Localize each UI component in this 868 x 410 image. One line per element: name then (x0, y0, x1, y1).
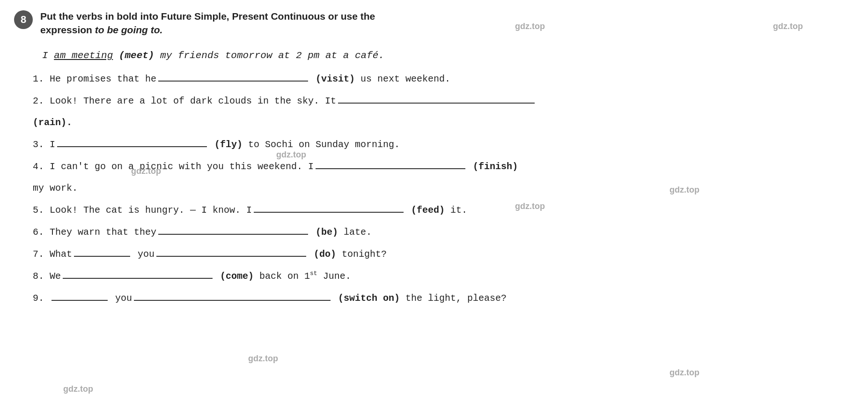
ex4-verb: (finish) (467, 159, 518, 174)
exercise-1: 1. He promises that he (visit) us next w… (33, 71, 854, 87)
exercise-6: 6. They warn that they (be) late. (33, 224, 854, 240)
ex8-verb: (come) (214, 269, 259, 284)
ex4-cont-text: my work. (33, 183, 78, 194)
exercise-list: 1. He promises that he (visit) us next w… (33, 71, 854, 306)
ex1-after: us next weekend. (360, 72, 450, 87)
task-header: 8 Put the verbs in bold into Future Simp… (14, 9, 854, 37)
ex4-blank[interactable] (316, 159, 465, 169)
ex9-after: the light, please? (405, 291, 507, 306)
ex2-verb: (rain). (33, 117, 72, 128)
ex8-after: back on 1st June. (259, 269, 351, 284)
ex9-you: you (110, 291, 132, 306)
ex3-blank[interactable] (57, 137, 207, 147)
ex4-continuation: my work. (33, 181, 854, 196)
exercise-8: 8. We (come) back on 1st June. (33, 268, 854, 284)
example-verb: (meet) my friends tomorrow at 2 pm at a … (119, 50, 384, 61)
ex8-blank[interactable] (63, 268, 213, 279)
ex9-blank2[interactable] (134, 291, 331, 301)
ex7-blank1[interactable] (74, 246, 130, 257)
ex6-text: 6. They warn that they (33, 225, 156, 240)
task-instruction: Put the verbs in bold into Future Simple… (40, 9, 854, 37)
ex2-continuation: (rain). (33, 115, 854, 130)
task-number: 8 (14, 10, 33, 29)
ex6-blank[interactable] (158, 224, 308, 235)
ex9-verb: (switch on) (332, 291, 405, 306)
example-answer: am meeting (54, 50, 113, 61)
exercise-3: 3. I (fly) to Sochi on Sunday morning. (33, 137, 854, 152)
ex5-after: it. (450, 203, 467, 218)
ex7-start: 7. What (33, 247, 72, 262)
ex5-verb: (feed) (405, 203, 450, 218)
exercise-4: 4. I can't go on a picnic with you this … (33, 159, 854, 174)
exercise-5: 5. Look! The cat is hungry. — I know. I … (33, 202, 854, 218)
ex9-blank1[interactable] (51, 291, 108, 301)
watermark-8: gdz.top (669, 368, 699, 378)
ex1-blank[interactable] (158, 71, 308, 82)
ex7-you: you (132, 247, 154, 262)
ex7-verb: (do) (308, 247, 342, 262)
exercise-2: 2. Look! There are a lot of dark clouds … (33, 93, 854, 109)
example-line: I am meeting (meet) my friends tomorrow … (42, 48, 854, 63)
instruction-line1: Put the verbs in bold into Future Simple… (40, 11, 375, 22)
ex2-blank[interactable] (338, 93, 535, 104)
ex3-after: to Sochi on Sunday morning. (248, 137, 400, 152)
exercise-7: 7. What you (do) tonight? (33, 246, 854, 262)
ex9-start: 9. (33, 291, 50, 306)
example-subject: I (42, 50, 54, 61)
ex1-verb: (visit) (310, 72, 360, 87)
instruction-line2: expression to be going to. (40, 24, 162, 35)
ex5-text: 5. Look! The cat is hungry. — I know. I (33, 203, 252, 218)
ex3-number: 3. I (33, 137, 55, 152)
watermark-7: gdz.top (248, 354, 278, 364)
ex7-after: tonight? (342, 247, 387, 262)
ex6-after: late. (344, 225, 372, 240)
ex6-verb: (be) (310, 225, 344, 240)
ex5-blank[interactable] (254, 202, 404, 213)
ex7-blank2[interactable] (156, 246, 306, 257)
ex4-text: 4. I can't go on a picnic with you this … (33, 159, 314, 174)
ex3-verb: (fly) (209, 137, 248, 152)
expression-italic: to be going to. (95, 24, 163, 35)
ex1-number: 1. He promises that he (33, 72, 156, 87)
watermark-9: gdz.top (63, 384, 93, 394)
ex8-start: 8. We (33, 269, 61, 284)
exercise-9: 9. you (switch on) the light, please? (33, 291, 854, 306)
ex2-text: 2. Look! There are a lot of dark clouds … (33, 94, 336, 109)
